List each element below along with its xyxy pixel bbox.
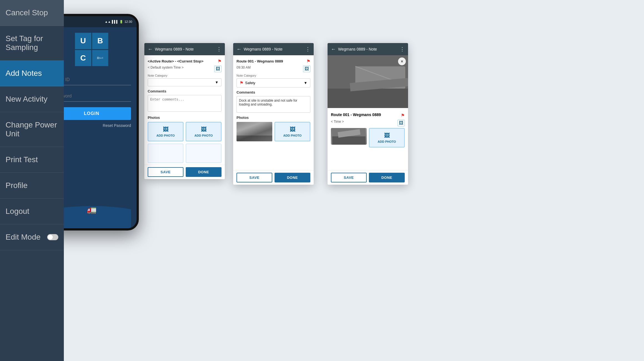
- sidebar-item-set-tag[interactable]: Set Tag for Sampling: [0, 26, 64, 61]
- time-p3: < Time >: [331, 120, 344, 124]
- sidebar-item-cancel-stop[interactable]: Cancel Stop: [0, 0, 64, 26]
- truck-icon: 🚛: [87, 205, 97, 214]
- driver-id-input[interactable]: [52, 74, 131, 85]
- photos-label-p1: Photos: [148, 116, 222, 120]
- wifi-icon: ▲▲: [105, 20, 111, 23]
- comments-label-p2: Comments: [237, 90, 310, 94]
- panel-2-title: Wegmans 0889 - Note: [244, 47, 305, 51]
- signal-icon: ▌▌▌: [112, 20, 118, 23]
- note-category-dropdown-p2[interactable]: ⚑ Safety ▼: [237, 78, 310, 87]
- photo-thumb-1-p2[interactable]: [237, 122, 272, 141]
- save-button-p1[interactable]: SAVE: [148, 167, 183, 177]
- photos-label-p2: Photos: [237, 116, 310, 120]
- flag-icon-p1: ⚑: [218, 59, 222, 64]
- battery-icon: 🔋: [119, 20, 123, 24]
- add-photo-btn-3-p1[interactable]: [148, 144, 183, 163]
- logo-cell-c: C: [75, 50, 91, 66]
- close-photo-button[interactable]: ×: [398, 57, 406, 65]
- thumb-1-p3[interactable]: [331, 128, 367, 145]
- logo-cell-r: RLLC: [92, 50, 109, 66]
- note-category-value-p2: Safety: [245, 81, 255, 85]
- add-photo-icon-1-p1: 🖼: [163, 126, 168, 133]
- photos-grid-p2: 🖼 ADD PHOTO: [237, 122, 310, 141]
- panel-2-footer: SAVE DONE: [233, 170, 314, 185]
- flag-icon-p3: ⚑: [401, 113, 405, 118]
- add-photo-icon-p2: 🖼: [290, 126, 295, 133]
- large-photo-p3: ×: [328, 55, 408, 108]
- chevron-down-icon-p1: ▼: [215, 80, 218, 84]
- concrete-photo-1: [237, 122, 272, 141]
- sidebar-item-new-activity[interactable]: New Activity: [0, 86, 64, 112]
- svg-rect-2: [328, 89, 408, 108]
- done-button-p2[interactable]: DONE: [275, 173, 310, 182]
- sidebar-item-add-notes[interactable]: Add Notes: [0, 61, 64, 86]
- more-options-p1[interactable]: ⋮: [217, 46, 222, 52]
- panel-2: ← Wegmans 0889 - Note ⋮ Route 001 - Wegm…: [233, 43, 314, 185]
- sidebar: Cancel Stop Set Tag for Sampling Add Not…: [0, 0, 64, 361]
- add-photo-btn-4-p1[interactable]: [186, 144, 222, 163]
- panel-1-title: Wegmans 0889 - Note: [155, 47, 217, 51]
- image-icon-p1[interactable]: 🖼: [214, 66, 222, 72]
- photos-grid-p1: 🖼 ADD PHOTO 🖼 ADD PHOTO: [148, 122, 222, 163]
- route-row-p3: Route 001 - Wegmans 0889 ⚑: [331, 112, 405, 118]
- more-options-p2[interactable]: ⋮: [305, 46, 310, 52]
- panel-3-title: Wegmans 0889 - Note: [338, 47, 400, 51]
- svg-rect-6: [332, 136, 366, 145]
- login-button[interactable]: LOGIN: [52, 107, 131, 120]
- route-text-p1: <Active Route> - <Current Stop>: [148, 59, 203, 63]
- comments-value-p2[interactable]: Dock at site is unstable and not safe fo…: [237, 96, 310, 113]
- add-photo-btn-1-p1[interactable]: 🖼 ADD PHOTO: [148, 122, 183, 141]
- panel-1-footer: SAVE DONE: [144, 165, 225, 179]
- panel-3: ← Wegmans 0889 - Note ⋮ × Route 001 - We…: [328, 43, 408, 185]
- back-button-p1[interactable]: ←: [148, 46, 153, 52]
- add-photo-icon-2-p1: 🖼: [201, 126, 207, 133]
- comments-input-p1[interactable]: [148, 95, 222, 112]
- reset-password-link[interactable]: Reset Password: [52, 123, 131, 128]
- panel-2-header: ← Wegmans 0889 - Note ⋮: [233, 43, 314, 55]
- sidebar-item-profile[interactable]: Profile: [0, 173, 64, 199]
- sidebar-item-print-test[interactable]: Print Test: [0, 147, 64, 173]
- password-input[interactable]: [52, 91, 131, 102]
- sidebar-item-logout[interactable]: Logout: [0, 199, 64, 224]
- route-text-p3: Route 001 - Wegmans 0889: [331, 112, 381, 117]
- chevron-down-icon-p2: ▼: [304, 81, 307, 85]
- phone-logo: U B C RLLC: [75, 33, 108, 66]
- edit-mode-toggle[interactable]: [47, 234, 58, 240]
- save-button-p2[interactable]: SAVE: [237, 173, 272, 182]
- note-category-label-p1: Note Category: [148, 74, 222, 77]
- image-icon-p3[interactable]: 🖼: [398, 120, 405, 126]
- sidebar-item-change-power-unit[interactable]: Change Power Unit: [0, 112, 64, 147]
- comments-label-p1: Comments: [148, 89, 222, 93]
- done-button-p1[interactable]: DONE: [186, 167, 222, 177]
- photo-svg-p3: [328, 55, 408, 108]
- more-options-p3[interactable]: ⋮: [400, 46, 405, 52]
- phone-illustration: 🚛: [52, 195, 131, 228]
- route-row-p1: <Active Route> - <Current Stop> ⚑: [148, 59, 222, 64]
- panel-3-body: Route 001 - Wegmans 0889 ⚑ < Time > 🖼 🖼 …: [328, 110, 408, 152]
- save-button-p3[interactable]: SAVE: [331, 173, 367, 182]
- back-button-p3[interactable]: ←: [331, 46, 336, 52]
- time-p2: 09:30 AM: [237, 66, 251, 69]
- image-icon-p2[interactable]: 🖼: [303, 66, 310, 72]
- logo-cell-u: U: [75, 33, 91, 49]
- sidebar-item-edit-mode[interactable]: Edit Mode: [0, 224, 64, 250]
- photos-row-p3: 🖼 ADD PHOTO: [331, 128, 405, 147]
- time-display: 12:30: [124, 20, 132, 23]
- note-category-selected-p2: ⚑ Safety: [240, 80, 255, 86]
- note-category-label-p2: Note Category: [237, 74, 310, 77]
- add-photo-btn-p3[interactable]: 🖼 ADD PHOTO: [369, 128, 405, 147]
- panel-3-footer: SAVE DONE: [328, 170, 408, 185]
- time-row-p3: < Time > 🖼: [331, 120, 405, 126]
- note-category-dropdown-p1[interactable]: ▼: [148, 78, 222, 86]
- back-button-p2[interactable]: ←: [237, 46, 242, 52]
- add-photo-btn-p2[interactable]: 🖼 ADD PHOTO: [275, 122, 310, 141]
- time-p1: < Default system Time >: [148, 66, 183, 69]
- panel-1-body: <Active Route> - <Current Stop> ⚑ < Defa…: [144, 55, 225, 179]
- time-row-p2: 09:30 AM 🖼: [237, 66, 310, 72]
- add-photo-btn-2-p1[interactable]: 🖼 ADD PHOTO: [186, 122, 222, 141]
- route-text-p2: Route 001 - Wegmans 0889: [237, 59, 283, 63]
- logo-cell-b: B: [92, 33, 109, 49]
- done-button-p3[interactable]: DONE: [369, 173, 405, 182]
- add-photo-icon-p3: 🖼: [384, 132, 390, 139]
- panel-1: ← Wegmans 0889 - Note ⋮ <Active Route> -…: [144, 43, 225, 179]
